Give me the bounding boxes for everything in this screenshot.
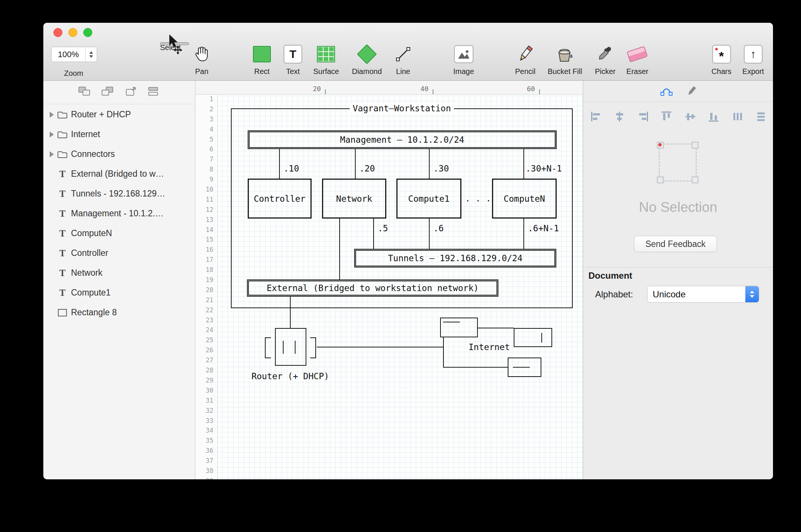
router-left-bracket[interactable]	[265, 337, 271, 358]
pencil-tool-button[interactable]: Pencil	[515, 42, 535, 76]
line-number: 38	[195, 466, 217, 476]
connector-line[interactable]	[317, 347, 443, 347]
ip-label[interactable]: .6+N-1	[528, 223, 559, 233]
fullscreen-window-button[interactable]	[83, 28, 92, 37]
cloud-detail-line[interactable]	[513, 367, 530, 368]
connector-line[interactable]	[290, 297, 291, 328]
drawing-canvas[interactable]: 20 40 60 1234567891011121314151617181920…	[195, 81, 583, 479]
sidebar-item-external[interactable]: T External (Bridged to w…	[43, 164, 195, 184]
internet-shape[interactable]	[514, 328, 552, 347]
diamond-tool-button[interactable]: Diamond	[352, 42, 382, 76]
text-tool-button[interactable]: T Text	[284, 42, 302, 76]
connector-line[interactable]	[279, 149, 280, 179]
disclosure-triangle-icon[interactable]	[47, 132, 56, 137]
cloud-detail-line[interactable]	[443, 322, 460, 322]
compute1-box[interactable]: Compute1	[396, 179, 461, 219]
distribute-vertical-button[interactable]	[755, 111, 767, 124]
connector-line[interactable]	[373, 219, 374, 249]
controller-box[interactable]: Controller	[248, 179, 312, 219]
select-tool-button[interactable]: Select	[160, 42, 181, 52]
connector-line[interactable]	[443, 367, 508, 368]
connector-line[interactable]	[429, 219, 430, 249]
align-middle-vertical-button[interactable]	[684, 111, 696, 124]
disclosure-triangle-icon[interactable]	[47, 151, 56, 157]
send-feedback-button[interactable]: Send Feedback	[634, 236, 717, 252]
sidebar-item-management[interactable]: T Management - 10.1.2.…	[43, 204, 195, 223]
bring-forward-button[interactable]	[124, 86, 137, 99]
zoom-control[interactable]: 100%	[51, 47, 97, 62]
align-right-button[interactable]	[637, 111, 649, 124]
sidebar-item-network[interactable]: T Network	[43, 263, 195, 283]
chars-button[interactable]: * Chars	[711, 42, 731, 76]
external-box[interactable]: External (Bridged to workstation network…	[247, 279, 498, 297]
sidebar-item-compute1[interactable]: T Compute1	[43, 283, 195, 303]
sidebar-item-computen[interactable]: T ComputeN	[43, 223, 195, 243]
sidebar-item-connectors[interactable]: Connectors	[43, 144, 195, 164]
sidebar-item-router-dhcp[interactable]: Router + DHCP	[43, 105, 195, 124]
alphabet-dropdown[interactable]: Unicode	[647, 286, 759, 303]
ip-label[interactable]: .30+N-1	[526, 164, 562, 173]
disclosure-triangle-icon[interactable]	[47, 112, 56, 118]
sidebar-item-internet[interactable]: Internet	[43, 124, 195, 144]
network-box[interactable]: Network	[322, 179, 386, 219]
surface-tool-label: Surface	[313, 67, 339, 76]
ruler-tick	[325, 89, 326, 94]
router-shape[interactable]	[275, 328, 306, 366]
align-center-horizontal-button[interactable]	[613, 111, 625, 124]
pan-tool-button[interactable]: Pan	[194, 42, 209, 76]
connector-line[interactable]	[429, 149, 430, 179]
zoom-stepper[interactable]	[85, 47, 97, 62]
line-number: 16	[195, 245, 217, 255]
line-number: 1	[195, 94, 217, 104]
router-right-bracket[interactable]	[310, 337, 316, 358]
minimize-window-button[interactable]	[68, 28, 77, 37]
layer-label: Internet	[71, 129, 100, 139]
connector-line[interactable]	[523, 149, 524, 179]
router-label[interactable]: Router (+ DHCP)	[250, 371, 331, 381]
ip-label[interactable]: .20	[359, 164, 375, 173]
distribute-horizontal-button[interactable]	[732, 111, 743, 124]
ip-label[interactable]: .5	[378, 223, 388, 233]
internet-shape[interactable]	[440, 318, 478, 337]
ip-label[interactable]: .10	[284, 164, 299, 173]
management-box[interactable]: Management — 10.1.2.0/24	[248, 130, 557, 149]
eraser-tool-button[interactable]: Eraser	[627, 42, 649, 76]
sidebar-item-rectangle8[interactable]: Rectangle 8	[43, 303, 195, 322]
connector-line[interactable]	[443, 337, 444, 367]
tab-style-inspector[interactable]	[686, 85, 697, 99]
rect-tool-button[interactable]: Rect	[253, 42, 271, 76]
group-button[interactable]	[78, 86, 91, 99]
ungroup-button[interactable]	[101, 86, 114, 99]
connector-line[interactable]	[523, 219, 524, 249]
layers-list: Router + DHCP Internet Connectors T Exte…	[43, 105, 195, 479]
line-number: 36	[195, 446, 217, 456]
tunnels-box[interactable]: Tunnels — 192.168.129.0/24	[354, 249, 556, 267]
close-window-button[interactable]	[53, 28, 62, 37]
connector-line[interactable]	[355, 149, 356, 179]
diagram-title[interactable]: Vagrant—Workstation	[231, 103, 573, 113]
router-detail-line[interactable]	[283, 341, 284, 354]
text-layer-icon: T	[56, 228, 69, 239]
align-top-button[interactable]	[661, 111, 672, 124]
ip-label[interactable]: .6	[433, 223, 444, 233]
computen-box[interactable]: ComputeN	[492, 179, 557, 219]
sidebar-item-tunnels[interactable]: T Tunnels - 192.168.129…	[43, 184, 195, 204]
sidebar-item-controller[interactable]: T Controller	[43, 243, 195, 263]
connector-line[interactable]	[478, 328, 514, 328]
surface-tool-button[interactable]: Surface	[313, 42, 339, 76]
cloud-detail-line[interactable]	[541, 333, 542, 343]
ip-label[interactable]: .30	[433, 164, 449, 173]
line-tool-button[interactable]: Line	[395, 42, 412, 76]
align-bottom-button[interactable]	[708, 111, 720, 124]
bucket-fill-tool-button[interactable]: Bucket Fill	[548, 42, 582, 76]
send-backward-button[interactable]	[147, 86, 161, 99]
router-detail-line[interactable]	[295, 341, 296, 354]
export-button[interactable]: ↑ Export	[742, 42, 764, 76]
ellipsis-label[interactable]: . . .	[465, 194, 491, 203]
image-tool-button[interactable]: Image	[453, 42, 474, 76]
picker-tool-button[interactable]: Picker	[595, 42, 616, 76]
connector-line[interactable]	[339, 219, 340, 279]
internet-label[interactable]: Internet	[468, 342, 510, 352]
align-left-button[interactable]	[590, 111, 602, 124]
tab-shape-inspector[interactable]	[660, 85, 673, 99]
